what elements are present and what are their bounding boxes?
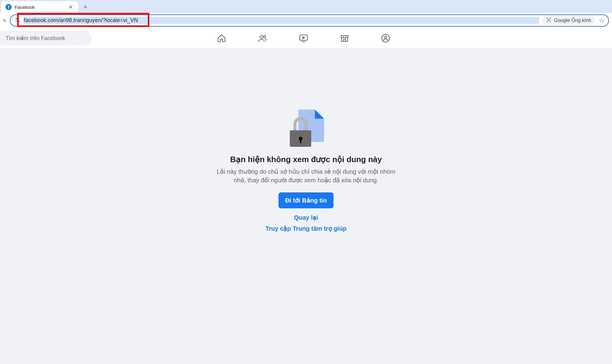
svg-point-8 xyxy=(263,35,266,38)
url-text[interactable]: facebook.com/an98.trannguyen/?locale=vi_… xyxy=(23,17,539,24)
address-row: ↻ facebook.com/an98.trannguyen/?locale=v… xyxy=(0,13,612,28)
nav-center xyxy=(92,31,515,46)
facebook-favicon-icon: f xyxy=(6,4,12,10)
address-bar[interactable]: facebook.com/an98.trannguyen/?locale=vi_… xyxy=(10,14,609,27)
reload-icon[interactable]: ↻ xyxy=(2,17,8,24)
error-subtitle: Lỗi này thường do chủ sở hữu chỉ chia sẻ… xyxy=(211,167,401,184)
lock-shackle-icon xyxy=(293,117,308,131)
close-tab-icon[interactable]: ✕ xyxy=(67,4,74,10)
go-back-link[interactable]: Quay lại xyxy=(294,214,318,221)
facebook-search-input[interactable]: Tìm kiếm trên Facebook xyxy=(0,31,92,46)
error-title: Bạn hiện không xem được nội dung này xyxy=(230,155,382,164)
svg-point-0 xyxy=(16,18,17,19)
search-placeholder: Tìm kiếm trên Facebook xyxy=(6,35,65,42)
browser-chrome: f Facebook ✕ + ↻ facebook.com/an98.trann… xyxy=(0,0,612,28)
browser-tab[interactable]: f Facebook ✕ xyxy=(1,1,78,13)
marketplace-icon[interactable] xyxy=(337,31,352,46)
error-content: Bạn hiện không xem được nội dung này Lỗi… xyxy=(0,48,612,236)
svg-point-3 xyxy=(18,20,19,21)
locked-content-illustration xyxy=(288,110,324,147)
lens-label: Google Ống kính xyxy=(554,17,591,23)
svg-point-7 xyxy=(260,35,263,38)
help-center-link[interactable]: Truy cập Trung tâm trợ giúp xyxy=(265,225,346,232)
friends-icon[interactable] xyxy=(255,31,270,46)
home-icon[interactable] xyxy=(214,31,229,46)
go-to-feed-button[interactable]: Đi tới Bảng tin xyxy=(278,192,334,208)
new-tab-button[interactable]: + xyxy=(81,2,90,12)
svg-point-13 xyxy=(385,36,387,38)
svg-rect-11 xyxy=(344,39,346,41)
lens-icon xyxy=(546,17,551,24)
watch-icon[interactable] xyxy=(296,31,311,46)
tab-title: Facebook xyxy=(15,5,64,10)
google-lens-button[interactable]: Google Ống kính xyxy=(542,16,595,25)
site-settings-icon[interactable] xyxy=(15,17,20,24)
svg-point-6 xyxy=(548,19,550,20)
facebook-top-nav: Tìm kiếm trên Facebook xyxy=(0,28,612,48)
bookmark-star-icon[interactable]: ☆ xyxy=(598,17,605,24)
tab-strip: f Facebook ✕ + xyxy=(0,0,612,13)
lock-icon xyxy=(290,130,311,147)
groups-icon[interactable] xyxy=(378,31,393,46)
